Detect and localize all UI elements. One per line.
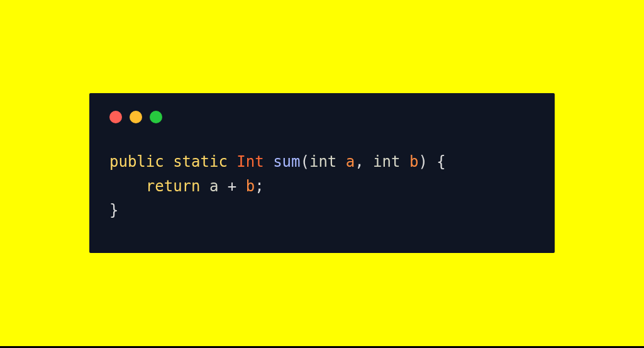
window-traffic-lights bbox=[109, 111, 535, 123]
code-block: public static Int sum(int a, int b) { re… bbox=[109, 150, 535, 222]
keyword-return: return bbox=[146, 177, 201, 195]
close-icon bbox=[109, 111, 122, 123]
var-b: b bbox=[246, 177, 255, 195]
keyword-static: static bbox=[173, 153, 228, 171]
param1-name: a bbox=[346, 153, 355, 171]
paren-close: ) bbox=[418, 153, 427, 171]
semicolon: ; bbox=[255, 177, 264, 195]
operator-plus: + bbox=[228, 177, 236, 195]
maximize-icon bbox=[150, 111, 162, 123]
param1-type: int bbox=[309, 153, 336, 171]
param2-type: int bbox=[373, 153, 400, 171]
code-window: public static Int sum(int a, int b) { re… bbox=[89, 93, 555, 252]
minimize-icon bbox=[130, 111, 142, 123]
var-a: a bbox=[209, 177, 218, 195]
brace-close: } bbox=[109, 201, 118, 219]
brace-open: { bbox=[436, 153, 445, 171]
param2-name: b bbox=[409, 153, 418, 171]
keyword-public: public bbox=[109, 153, 164, 171]
paren-open: ( bbox=[300, 153, 309, 171]
return-type: Int bbox=[236, 153, 264, 171]
indent bbox=[109, 177, 146, 195]
comma: , bbox=[355, 153, 364, 171]
function-name: sum bbox=[273, 153, 300, 171]
